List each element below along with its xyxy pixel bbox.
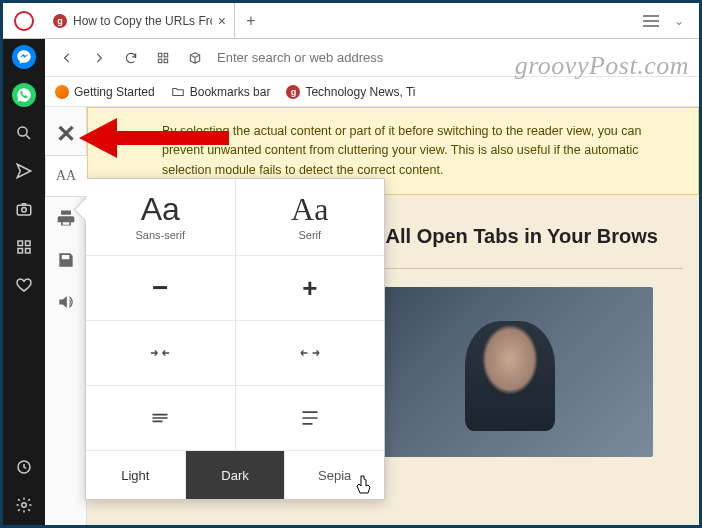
opera-app-icon[interactable] <box>3 3 45 38</box>
bookmark-folder-bookmarks-bar[interactable]: Bookmarks bar <box>171 85 271 99</box>
theme-label: Dark <box>221 468 248 483</box>
nav-toolbar <box>45 39 699 77</box>
svg-point-2 <box>22 208 27 213</box>
address-bar[interactable] <box>213 45 691 71</box>
svg-rect-4 <box>26 241 31 246</box>
tab-favicon: g <box>53 14 67 28</box>
volume-button[interactable] <box>45 281 87 323</box>
tab-title: How to Copy the URLs Fro <box>73 14 212 28</box>
svg-rect-9 <box>158 53 162 57</box>
decrease-font-button[interactable]: − <box>86 256 236 320</box>
messenger-icon[interactable] <box>12 45 36 69</box>
increase-line-height-button[interactable] <box>236 386 385 450</box>
font-sans-serif-option[interactable]: Aa Sans-serif <box>86 179 236 255</box>
theme-sepia-button[interactable]: Sepia <box>285 451 384 499</box>
search-icon[interactable] <box>12 121 36 145</box>
theme-label: Light <box>121 468 149 483</box>
forward-button[interactable] <box>85 44 113 72</box>
bookmark-label: Technology News, Ti <box>305 85 415 99</box>
whatsapp-icon[interactable] <box>12 83 36 107</box>
browser-tab[interactable]: g How to Copy the URLs Fro × <box>45 3 235 38</box>
wide-width-button[interactable] <box>236 321 385 385</box>
svg-rect-10 <box>164 53 168 57</box>
svg-rect-6 <box>26 249 31 254</box>
svg-point-0 <box>18 127 27 136</box>
folder-icon <box>171 85 185 99</box>
apps-grid-icon[interactable] <box>12 235 36 259</box>
firefox-icon <box>55 85 69 99</box>
theme-dark-button[interactable]: Dark <box>186 451 286 499</box>
decrease-line-height-button[interactable] <box>86 386 236 450</box>
camera-icon[interactable] <box>12 197 36 221</box>
settings-icon[interactable] <box>12 493 36 517</box>
browser-sidebar <box>3 39 45 525</box>
groovypost-icon: g <box>286 85 300 99</box>
svg-rect-12 <box>164 59 168 63</box>
heart-icon[interactable] <box>12 273 36 297</box>
font-settings-popover: Aa Sans-serif Aa Serif − + Light Dark Se… <box>85 178 385 500</box>
svg-rect-1 <box>17 205 31 215</box>
font-serif-option[interactable]: Aa Serif <box>236 179 385 255</box>
reader-view-sidebar: ✕ AA <box>45 107 87 525</box>
sample-text: Aa <box>141 193 180 225</box>
svg-rect-11 <box>158 59 162 63</box>
chevron-down-icon[interactable]: ⌄ <box>665 14 693 28</box>
article-hero-image <box>363 287 653 457</box>
bookmark-getting-started[interactable]: Getting Started <box>55 85 155 99</box>
sample-text: Aa <box>291 193 328 225</box>
bookmark-label: Getting Started <box>74 85 155 99</box>
bookmarks-bar: Getting Started Bookmarks bar gTechnolog… <box>45 77 699 107</box>
option-label: Serif <box>298 229 321 241</box>
send-icon[interactable] <box>12 159 36 183</box>
svg-rect-3 <box>18 241 23 246</box>
save-button[interactable] <box>45 239 87 281</box>
svg-point-8 <box>22 503 27 508</box>
bookmark-tech-news[interactable]: gTechnology News, Ti <box>286 85 415 99</box>
history-icon[interactable] <box>12 455 36 479</box>
close-tab-icon[interactable]: × <box>218 13 226 29</box>
title-bar: g How to Copy the URLs Fro × + ⌄ <box>3 3 699 39</box>
close-reader-button[interactable]: ✕ <box>45 113 87 155</box>
option-label: Sans-serif <box>135 229 185 241</box>
narrow-width-button[interactable] <box>86 321 236 385</box>
font-settings-button[interactable]: AA <box>45 155 87 197</box>
easy-setup-icon[interactable] <box>643 15 659 27</box>
bookmark-label: Bookmarks bar <box>190 85 271 99</box>
increase-font-button[interactable]: + <box>236 256 385 320</box>
svg-rect-5 <box>18 249 23 254</box>
reload-button[interactable] <box>117 44 145 72</box>
theme-light-button[interactable]: Light <box>86 451 186 499</box>
box-icon[interactable] <box>181 44 209 72</box>
divider <box>363 268 683 269</box>
new-tab-button[interactable]: + <box>235 3 267 38</box>
theme-label: Sepia <box>318 468 351 483</box>
speed-dial-icon[interactable] <box>149 44 177 72</box>
back-button[interactable] <box>53 44 81 72</box>
